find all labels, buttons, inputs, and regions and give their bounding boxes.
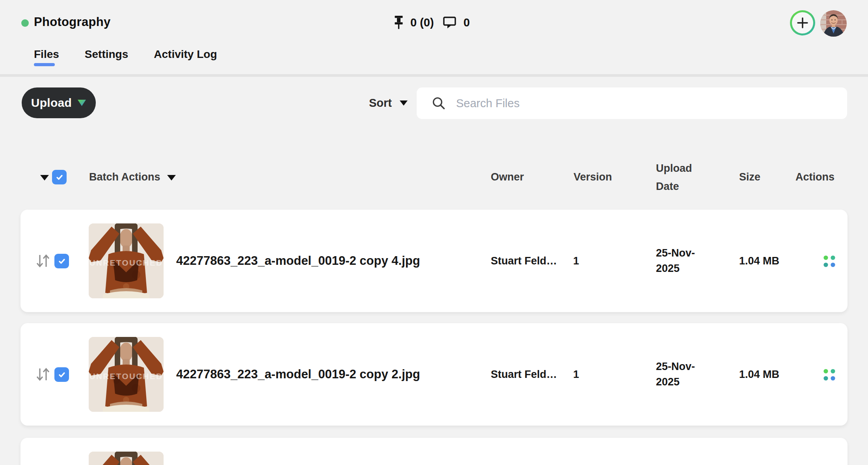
upload-date-line1: 25-Nov-: [656, 359, 695, 374]
file-upload-date: 25-Nov- 2025: [656, 210, 695, 312]
check-icon: [55, 173, 64, 182]
column-header-upload-date: Upload Date: [656, 159, 702, 195]
pin-icon[interactable]: [393, 15, 404, 30]
file-owner: Stuart Feld…: [491, 323, 557, 426]
upload-button[interactable]: Upload: [22, 87, 96, 118]
file-thumbnail[interactable]: UNRETOUCHED: [89, 223, 164, 298]
project-status-dot: [21, 19, 29, 27]
file-size: 1.04 MB: [739, 323, 779, 426]
row-actions-icon[interactable]: [823, 369, 835, 381]
column-header-size: Size: [739, 171, 760, 183]
check-icon: [57, 370, 67, 379]
reorder-icon[interactable]: [35, 253, 50, 269]
table-row: UNRETOUCHED 42277863_223_a-model_0019-2 …: [20, 210, 848, 312]
table-row: UNRETOUCHED 42277863_223_a-model_0019-2 …: [20, 323, 848, 426]
search-icon: [432, 96, 446, 110]
file-owner: Stuart Feld…: [491, 210, 557, 312]
table-row: [20, 438, 848, 465]
column-header-version: Version: [574, 171, 612, 183]
reorder-icon[interactable]: [35, 366, 50, 382]
comment-count: 0: [464, 16, 470, 29]
tab-settings[interactable]: Settings: [85, 48, 128, 66]
batch-actions-label[interactable]: Batch Actions: [89, 171, 160, 183]
check-icon: [57, 257, 67, 266]
add-button[interactable]: [790, 10, 815, 35]
row-checkbox[interactable]: [54, 367, 69, 382]
sort-dropdown[interactable]: Sort: [369, 87, 408, 118]
upload-button-label: Upload: [31, 96, 72, 110]
file-version: 1: [573, 323, 579, 426]
search-input[interactable]: [455, 97, 812, 110]
user-avatar[interactable]: [820, 10, 847, 37]
file-upload-date: 25-Nov- 2025: [656, 323, 695, 426]
column-header-owner: Owner: [491, 171, 524, 183]
select-all-caret-icon[interactable]: [40, 175, 49, 180]
thumbnail-watermark: UNRETOUCHED: [89, 372, 163, 381]
header-divider: [0, 74, 868, 77]
file-size: 1.04 MB: [739, 210, 779, 312]
file-name[interactable]: 42277863_223_a-model_0019-2 copy 4.jpg: [176, 210, 420, 312]
row-checkbox[interactable]: [54, 254, 69, 268]
file-version: 1: [573, 210, 579, 312]
topbar-counters: 0 (0) 0: [393, 13, 470, 32]
tab-files[interactable]: Files: [34, 48, 59, 66]
plus-icon: [792, 12, 813, 33]
tab-activity-log[interactable]: Activity Log: [154, 48, 217, 66]
file-name[interactable]: 42277863_223_a-model_0019-2 copy 2.jpg: [176, 323, 420, 426]
thumbnail-watermark: UNRETOUCHED: [89, 258, 163, 267]
batch-actions-caret-icon[interactable]: [167, 175, 176, 180]
search-bar: [417, 87, 847, 119]
upload-date-line1: 25-Nov-: [656, 246, 695, 261]
sort-caret-icon: [400, 100, 408, 106]
page-title: Photography: [34, 15, 110, 29]
tab-bar: Files Settings Activity Log: [34, 48, 217, 66]
sort-label: Sort: [369, 97, 392, 110]
comment-icon[interactable]: [443, 16, 457, 29]
pin-count: 0 (0): [410, 16, 434, 29]
upload-date-line2: 2025: [656, 261, 680, 276]
file-manager-app: Photography 0 (0) 0: [0, 0, 868, 465]
select-all-checkbox[interactable]: [52, 170, 67, 184]
upload-caret-icon: [77, 99, 86, 106]
file-thumbnail[interactable]: UNRETOUCHED: [89, 337, 164, 412]
column-header-actions: Actions: [795, 171, 834, 183]
row-actions-icon[interactable]: [823, 255, 835, 267]
upload-date-line2: 2025: [656, 374, 680, 390]
file-thumbnail[interactable]: [89, 452, 164, 465]
